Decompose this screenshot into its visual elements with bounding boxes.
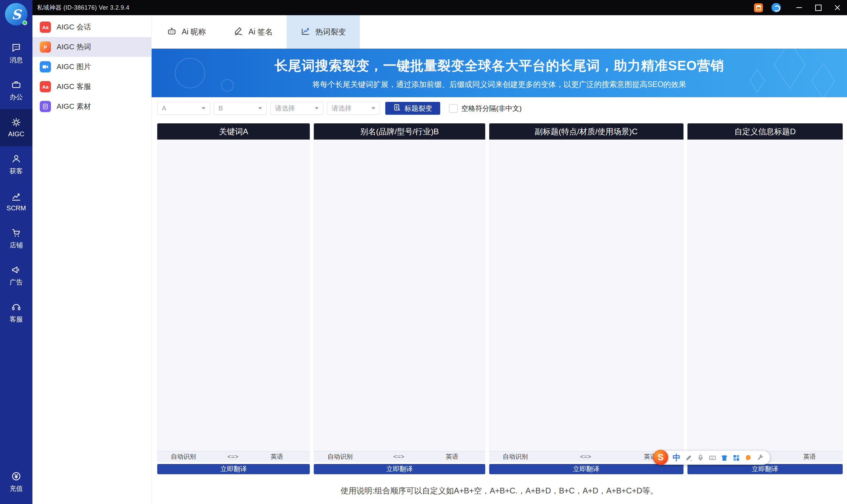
wrench-icon[interactable]	[756, 454, 764, 462]
banner-decoration	[811, 63, 835, 97]
chevron-down-icon	[371, 107, 375, 109]
select-b[interactable]: B	[214, 102, 267, 115]
swap-languages-icon[interactable]: <=>	[227, 453, 238, 460]
select-d[interactable]: 请选择	[327, 102, 380, 115]
tab-ai-nickname[interactable]: Ai 昵称	[153, 15, 220, 49]
submenu-item-aigc-hotwords[interactable]: P AIGC 热词	[32, 37, 151, 57]
close-button[interactable]	[828, 0, 847, 15]
submenu-item-aigc-image[interactable]: AIGC 图片	[32, 57, 151, 77]
swap-languages-icon[interactable]: <=>	[393, 453, 404, 460]
sogou-logo-icon[interactable]: S	[653, 450, 668, 465]
app-window: 私域神器 (ID-386176) Ver 3.2.9.4 S 消息 办公 AIG…	[0, 0, 847, 504]
doc-pen-icon	[393, 104, 401, 113]
tab-label: Ai 昵称	[182, 27, 206, 37]
title-fission-button[interactable]: 标题裂变	[385, 102, 440, 115]
translate-button[interactable]: 立即翻译	[688, 464, 843, 474]
submenu-item-aigc-chat[interactable]: Aa AIGC 会话	[32, 17, 151, 37]
app-tray-icon-blue[interactable]	[772, 3, 781, 12]
source-language-selector[interactable]: 自动识别	[171, 452, 196, 461]
keyword-a-textarea[interactable]	[158, 140, 310, 451]
submenu-item-aigc-material[interactable]: AIGC 素材	[32, 96, 151, 116]
sidebar-item-support[interactable]: 客服	[0, 294, 32, 331]
cart-icon	[11, 228, 21, 238]
person-icon	[11, 154, 21, 164]
column-alias-b: 别名(品牌/型号/行业)B 自动识别 <=> 英语 立即翻译	[314, 123, 485, 474]
sidebar-item-office[interactable]: 办公	[0, 72, 32, 109]
sidebar-item-label: 获客	[10, 167, 23, 176]
alias-b-textarea[interactable]	[314, 140, 485, 451]
sidebar-item-label: 广告	[10, 278, 23, 287]
language-row: 自动识别 <=> 英语	[314, 451, 485, 462]
select-c[interactable]: 请选择	[271, 102, 323, 115]
video-camera-icon	[40, 61, 51, 72]
ime-toolbar: S 中	[654, 451, 770, 465]
chart-icon	[11, 192, 21, 201]
banner-decoration	[221, 79, 234, 92]
column-header: 自定义信息标题D	[688, 123, 843, 140]
sidebar-item-ads[interactable]: 广告	[0, 257, 32, 294]
select-a[interactable]: A	[157, 102, 210, 115]
controls-row: A B 请选择 请选择 标题裂变 空格符分隔(非中文)	[157, 102, 847, 115]
ime-language-mode[interactable]: 中	[673, 452, 680, 463]
target-language-selector[interactable]: 英语	[446, 452, 470, 461]
robot-icon	[167, 26, 177, 38]
custom-d-textarea[interactable]	[688, 140, 842, 451]
app-tray-icon-orange[interactable]	[754, 3, 763, 12]
briefcase-icon	[11, 80, 21, 90]
keyboard-icon[interactable]	[709, 454, 716, 462]
sidebar-item-label: 店铺	[10, 241, 23, 250]
source-language-selector[interactable]: 自动识别	[503, 452, 528, 461]
swap-languages-icon[interactable]: <=>	[580, 453, 591, 460]
primary-sidebar: S 消息 办公 AIGC 获客 SCRM 店铺 广	[0, 0, 32, 504]
sidebar-item-leads[interactable]: 获客	[0, 146, 32, 183]
column-header: 副标题(特点/材质/使用场景)C	[489, 123, 684, 140]
handwriting-pen-icon[interactable]	[685, 454, 692, 462]
sidebar-item-aigc[interactable]: AIGC	[0, 109, 32, 146]
online-status-dot	[22, 20, 27, 25]
sidebar-item-label: SCRM	[6, 204, 26, 212]
toolbox-grid-icon[interactable]	[732, 454, 740, 462]
subtitle-c-textarea[interactable]	[489, 140, 683, 451]
aigc-submenu: Aa AIGC 会话 P AIGC 热词 AIGC 图片 Aa AIGC 客服 …	[32, 15, 152, 504]
skin-clothes-icon[interactable]	[721, 454, 728, 462]
banner-decoration	[175, 58, 205, 88]
source-language-selector[interactable]: 自动识别	[327, 452, 352, 461]
promo-banner: 长尾词搜索裂变，一键批量裂变全球各大平台的长尾词，助力精准SEO营销 将每个长尾…	[152, 49, 847, 97]
sidebar-item-label: AIGC	[8, 130, 24, 138]
megaphone-icon	[11, 265, 21, 275]
language-row: 自动识别 <=> 英语	[157, 451, 310, 462]
tab-ai-signature[interactable]: Ai 签名	[220, 15, 287, 49]
chevron-down-icon	[258, 107, 262, 109]
microphone-icon[interactable]	[697, 454, 704, 462]
target-language-selector[interactable]: 英语	[271, 452, 295, 461]
column-body	[314, 140, 485, 451]
chevron-down-icon	[315, 107, 319, 109]
translate-button[interactable]: 立即翻译	[157, 464, 310, 474]
tab-hotword-fission[interactable]: 热词裂变	[287, 15, 360, 49]
tab-label: 热词裂变	[315, 27, 346, 37]
column-body	[157, 140, 310, 451]
submenu-item-aigc-service[interactable]: Aa AIGC 客服	[32, 77, 151, 96]
translate-button[interactable]: 立即翻译	[489, 464, 684, 474]
document-icon	[40, 101, 51, 112]
sidebar-item-shop[interactable]: 店铺	[0, 220, 32, 257]
select-a-value: A	[162, 105, 166, 112]
space-separator-checkbox[interactable]	[449, 104, 458, 113]
app-logo-letter: S	[12, 6, 21, 22]
emoji-balloon-icon[interactable]	[744, 454, 752, 462]
translate-button[interactable]: 立即翻译	[314, 464, 485, 474]
column-header: 关键词A	[157, 123, 310, 140]
sidebar-item-messages[interactable]: 消息	[0, 35, 32, 72]
signature-pen-icon	[234, 26, 244, 38]
sidebar-item-scrm[interactable]: SCRM	[0, 183, 32, 220]
submenu-item-label: AIGC 素材	[57, 102, 91, 111]
banner-title: 长尾词搜索裂变，一键批量裂变全球各大平台的长尾词，助力精准SEO营销	[274, 57, 724, 75]
column-custom-d: 自定义信息标题D 自动识别 <=> 英语 立即翻译	[688, 123, 843, 474]
title-fission-label: 标题裂变	[404, 104, 432, 113]
space-separator-option: 空格符分隔(非中文)	[449, 104, 522, 113]
target-language-selector[interactable]: 英语	[803, 452, 828, 461]
coin-icon	[11, 471, 21, 481]
minimize-button[interactable]	[790, 0, 809, 15]
maximize-button[interactable]	[809, 0, 828, 15]
sidebar-item-recharge[interactable]: 充值	[0, 462, 32, 502]
